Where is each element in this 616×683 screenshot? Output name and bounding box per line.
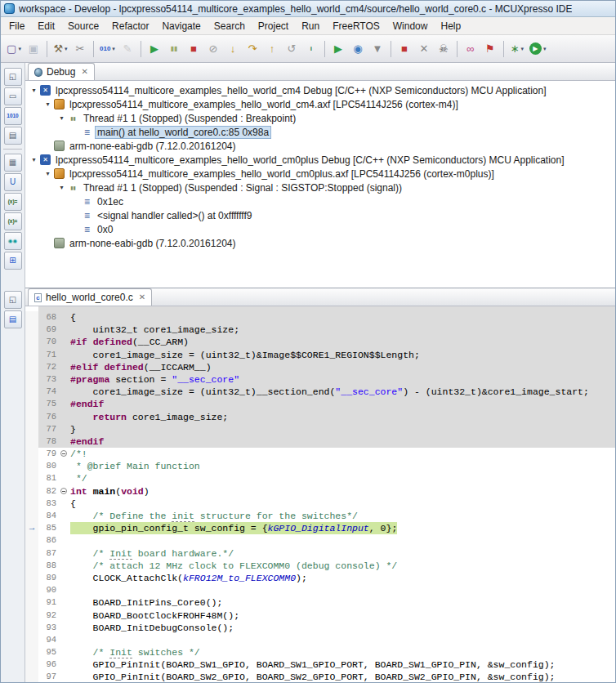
power-measurement-view-button[interactable]: U [4,173,22,191]
code-line[interactable]: 69 uint32_t core1_image_size; [25,324,615,336]
code-line[interactable]: 76 return core1_image_size; [25,411,615,423]
step-over-button[interactable]: ↷ [243,40,261,58]
registers-view-button[interactable]: ⊞ [4,252,22,270]
drop-to-frame-button[interactable]: ↺ [283,40,301,58]
code-line[interactable]: 94 [25,634,615,646]
code-line[interactable]: 71 core1_image_size = (uint32_t)&Image$$… [25,349,615,361]
tree-expander-icon[interactable] [29,87,39,94]
debug-tree-row[interactable]: lpcxpresso54114_multicore_examples_hello… [25,97,615,111]
debug-tree-row[interactable]: arm-none-eabi-gdb (7.12.0.20161204) [25,236,615,250]
code-line[interactable]: 84 /* Define the init structure for the … [25,510,615,522]
code-line[interactable]: 85 gpio_pin_config_t sw_config = {kGPIO_… [25,522,615,534]
installed-sdks-view-button[interactable]: ▦ [4,154,22,172]
code-line[interactable]: 92 BOARD_BootClockFROHF48M(); [25,609,615,622]
code-line[interactable]: 95 /* Init switches */ [25,646,615,658]
terminate-all-button[interactable]: ■ [395,40,413,58]
code-line[interactable]: 86 [25,534,615,547]
code-line[interactable]: 75#endif [25,398,615,410]
menu-item-freertos[interactable]: FreeRTOS [326,19,386,33]
titlebar[interactable]: workspace - Develop - lpcxpresso54114_mu… [1,1,615,17]
dropdown-arrow-icon[interactable]: ▾ [521,46,524,52]
tree-expander-icon[interactable] [29,156,39,163]
remove-all-terminated-button[interactable]: ✕ [415,40,433,58]
code-line[interactable]: 72#elif defined(__ICCARM__) [25,361,615,373]
code-line[interactable]: 79/*! [25,448,615,460]
menu-item-navigate[interactable]: Navigate [155,19,207,33]
dropdown-arrow-icon[interactable]: ▾ [65,46,68,52]
dropdown-arrow-icon[interactable]: ▾ [543,46,547,52]
menu-item-refactor[interactable]: Refactor [105,19,155,33]
close-icon[interactable] [139,293,145,301]
code-line[interactable]: 73#pragma section = "__sec_core" [25,373,615,386]
dropdown-arrow-icon[interactable]: ▾ [18,46,21,52]
terminate-button[interactable]: ■ [185,40,203,58]
new-button[interactable]: ▢▾ [5,40,23,58]
clean-button[interactable]: ✂ [71,40,89,58]
peripherals-view-button[interactable]: ◉◉ [4,232,22,250]
instruction-stepping-button[interactable]: i [302,40,320,58]
run-button[interactable]: ◉ [349,40,367,58]
code-editor[interactable]: 68{69 uint32_t core1_image_size;70#if de… [25,306,615,682]
flag-button[interactable]: ⚑ [481,40,499,58]
code-line[interactable]: 83{ [25,498,615,510]
code-line[interactable]: 87 /* Init board hardware.*/ [25,547,615,560]
restore-debug-view-button[interactable]: ◱ [4,68,22,86]
tab-debug[interactable]: Debug [28,63,95,80]
link-server-button[interactable]: ∞ [462,40,480,58]
console-view-button[interactable]: ▭ [4,87,22,105]
code-line[interactable]: 82int main(void) [25,485,615,498]
code-line[interactable]: 68{ [25,311,615,324]
debug-button[interactable]: ▶ [329,40,347,58]
suspend-button[interactable]: ▮▮ [165,40,183,58]
dropdown-arrow-icon[interactable]: ▾ [112,46,115,52]
save-button[interactable]: ▣ [25,40,42,58]
external-tools-button[interactable]: ▶▾ [528,40,548,58]
code-line[interactable]: 70#if defined(__CC_ARM) [25,336,615,348]
code-line[interactable]: 74 core1_image_size = (uint32_t)__sectio… [25,386,615,398]
tab-hello-world-core0[interactable]: hello_world_core0.c [28,288,152,306]
debug-tree-row[interactable]: Thread #1 1 (Stopped) (Suspended : Signa… [25,181,615,194]
trace-view-button[interactable]: ▤ [4,127,22,145]
code-line[interactable]: 93 BOARD_InitDebugConsole(); [25,622,615,634]
close-icon[interactable] [81,68,87,76]
disconnect-button[interactable]: ⊘ [204,40,222,58]
step-return-button[interactable]: ↑ [263,40,281,58]
debug-tree-row[interactable]: main() at hello_world_core0.c:85 0x98a [25,125,615,139]
menu-item-run[interactable]: Run [295,19,326,33]
build-button[interactable]: ⚒▾ [51,40,69,58]
kill-all-button[interactable]: ☠ [435,40,453,58]
code-line[interactable]: 77} [25,423,615,435]
global-variables-view-button[interactable]: (x)= [4,193,22,211]
debug-tree-row[interactable]: 0x1ec [25,194,615,208]
debug-tree-row[interactable]: lpcxpresso54114_multicore_examples_hello… [25,167,615,181]
restore-editor-area-button[interactable]: ◱ [4,291,22,309]
fold-collapse-icon[interactable] [60,485,70,498]
menu-item-help[interactable]: Help [434,19,467,33]
debug-tree-row[interactable]: 0x0 [25,222,615,236]
menu-item-edit[interactable]: Edit [31,19,61,33]
code-line[interactable]: 91 BOARD_InitPins_Core0(); [25,596,615,609]
profile-button[interactable]: ▼ [368,40,386,58]
debug-tree-row[interactable]: lpcxpresso54114_multicore_examples_hello… [25,83,615,97]
menu-item-window[interactable]: Window [386,19,435,33]
code-line[interactable]: 90 [25,584,615,596]
menu-item-source[interactable]: Source [61,19,105,33]
code-line[interactable]: 81 */ [25,472,615,484]
debug-tree-row[interactable]: lpcxpresso54114_multicore_examples_hello… [25,153,615,167]
outline-view-button[interactable]: ▤ [4,310,22,328]
menu-item-project[interactable]: Project [252,19,295,33]
code-line[interactable]: 96 GPIO_PinInit(BOARD_SW1_GPIO, BOARD_SW… [25,658,615,671]
new-launch-button[interactable]: ∗▾ [508,40,526,58]
fold-collapse-icon[interactable] [60,448,70,460]
tree-expander-icon[interactable] [56,184,67,191]
live-variables-view-button[interactable]: (x)= [4,212,22,230]
tree-expander-icon[interactable] [42,100,53,108]
menu-item-search[interactable]: Search [208,19,252,33]
code-line[interactable]: 80 * @brief Main function [25,460,615,472]
step-into-button[interactable]: ↓ [224,40,242,58]
resume-button[interactable]: ▶ [145,40,163,58]
tree-expander-icon[interactable] [56,114,67,122]
code-line[interactable]: 88 /* attach 12 MHz clock to FLEXCOMM0 (… [25,560,615,572]
binary-utilities-button[interactable]: 010▾ [98,40,117,58]
code-line[interactable]: 78#endif [25,435,615,448]
